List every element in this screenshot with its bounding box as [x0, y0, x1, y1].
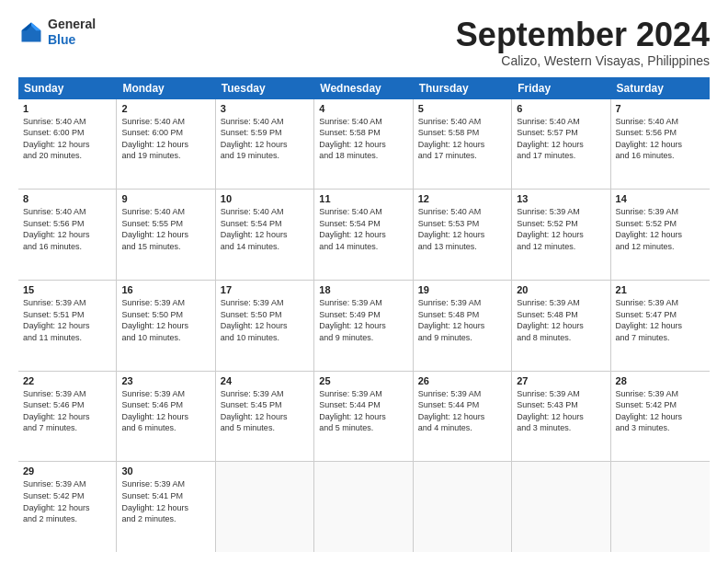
day-info: Sunrise: 5:39 AM Sunset: 5:46 PM Dayligh… — [121, 388, 210, 434]
day-info: Sunrise: 5:39 AM Sunset: 5:44 PM Dayligh… — [418, 388, 506, 434]
day-number: 10 — [221, 193, 309, 204]
cal-cell-1-1: 1Sunrise: 5:40 AM Sunset: 6:00 PM Daylig… — [18, 99, 117, 190]
cal-cell-4-3: 24Sunrise: 5:39 AM Sunset: 5:45 PM Dayli… — [216, 372, 314, 462]
cal-cell-2-5: 12Sunrise: 5:40 AM Sunset: 5:53 PM Dayli… — [414, 190, 512, 280]
cal-cell-1-3: 3Sunrise: 5:40 AM Sunset: 5:59 PM Daylig… — [216, 99, 314, 190]
day-number: 13 — [517, 193, 605, 204]
cal-cell-3-3: 17Sunrise: 5:39 AM Sunset: 5:50 PM Dayli… — [216, 281, 314, 371]
day-number: 24 — [221, 375, 309, 386]
cal-cell-3-6: 20Sunrise: 5:39 AM Sunset: 5:48 PM Dayli… — [512, 281, 610, 371]
day-number: 18 — [319, 284, 407, 295]
cal-cell-2-2: 9Sunrise: 5:40 AM Sunset: 5:55 PM Daylig… — [117, 190, 215, 280]
day-info: Sunrise: 5:39 AM Sunset: 5:41 PM Dayligh… — [121, 478, 210, 524]
day-number: 8 — [23, 193, 111, 204]
day-number: 7 — [616, 103, 705, 114]
cal-cell-4-4: 25Sunrise: 5:39 AM Sunset: 5:44 PM Dayli… — [314, 372, 413, 462]
cal-cell-5-6 — [512, 462, 610, 552]
cal-cell-2-4: 11Sunrise: 5:40 AM Sunset: 5:54 PM Dayli… — [314, 190, 413, 280]
day-info: Sunrise: 5:39 AM Sunset: 5:49 PM Dayligh… — [319, 297, 407, 343]
page: General Blue September 2024 Calizo, West… — [0, 0, 728, 563]
day-info: Sunrise: 5:39 AM Sunset: 5:46 PM Dayligh… — [23, 388, 111, 434]
day-info: Sunrise: 5:39 AM Sunset: 5:50 PM Dayligh… — [121, 297, 210, 343]
day-number: 3 — [221, 103, 309, 114]
day-info: Sunrise: 5:40 AM Sunset: 5:54 PM Dayligh… — [319, 206, 407, 252]
cal-cell-3-1: 15Sunrise: 5:39 AM Sunset: 5:51 PM Dayli… — [18, 281, 117, 371]
header-wednesday: Wednesday — [314, 77, 413, 99]
day-info: Sunrise: 5:40 AM Sunset: 5:53 PM Dayligh… — [418, 206, 506, 252]
header-saturday: Saturday — [611, 77, 710, 99]
cal-cell-1-6: 6Sunrise: 5:40 AM Sunset: 5:57 PM Daylig… — [512, 99, 610, 190]
calendar-header: Sunday Monday Tuesday Wednesday Thursday… — [18, 77, 710, 99]
cal-cell-3-2: 16Sunrise: 5:39 AM Sunset: 5:50 PM Dayli… — [117, 281, 215, 371]
cal-cell-5-2: 30Sunrise: 5:39 AM Sunset: 5:41 PM Dayli… — [117, 462, 215, 552]
day-number: 30 — [121, 465, 210, 477]
cal-cell-3-5: 19Sunrise: 5:39 AM Sunset: 5:48 PM Dayli… — [414, 281, 512, 371]
month-title: September 2024 — [456, 17, 710, 53]
day-info: Sunrise: 5:40 AM Sunset: 5:55 PM Dayligh… — [121, 206, 210, 252]
header-tuesday: Tuesday — [216, 77, 314, 99]
subtitle: Calizo, Western Visayas, Philippines — [456, 53, 710, 68]
cal-cell-5-3 — [216, 462, 314, 552]
day-number: 16 — [121, 284, 210, 295]
day-number: 14 — [616, 193, 705, 204]
logo-text: General Blue — [48, 17, 96, 48]
week-row-1: 1Sunrise: 5:40 AM Sunset: 6:00 PM Daylig… — [18, 99, 710, 190]
day-info: Sunrise: 5:39 AM Sunset: 5:42 PM Dayligh… — [616, 388, 705, 434]
calendar: Sunday Monday Tuesday Wednesday Thursday… — [18, 77, 710, 552]
day-info: Sunrise: 5:40 AM Sunset: 5:57 PM Dayligh… — [517, 116, 605, 162]
cal-cell-4-1: 22Sunrise: 5:39 AM Sunset: 5:46 PM Dayli… — [18, 372, 117, 462]
day-number: 9 — [121, 193, 210, 204]
week-row-2: 8Sunrise: 5:40 AM Sunset: 5:56 PM Daylig… — [18, 190, 710, 281]
logo-blue: Blue — [48, 32, 75, 47]
cal-cell-3-4: 18Sunrise: 5:39 AM Sunset: 5:49 PM Dayli… — [314, 281, 413, 371]
day-info: Sunrise: 5:39 AM Sunset: 5:52 PM Dayligh… — [616, 206, 705, 252]
day-number: 22 — [23, 375, 111, 386]
day-info: Sunrise: 5:39 AM Sunset: 5:44 PM Dayligh… — [319, 388, 407, 434]
day-info: Sunrise: 5:39 AM Sunset: 5:48 PM Dayligh… — [517, 297, 605, 343]
header-friday: Friday — [512, 77, 610, 99]
day-number: 11 — [319, 193, 407, 204]
week-row-3: 15Sunrise: 5:39 AM Sunset: 5:51 PM Dayli… — [18, 281, 710, 372]
title-block: September 2024 Calizo, Western Visayas, … — [456, 17, 710, 68]
day-info: Sunrise: 5:39 AM Sunset: 5:42 PM Dayligh… — [23, 478, 111, 524]
day-number: 6 — [517, 103, 605, 114]
cal-cell-1-5: 5Sunrise: 5:40 AM Sunset: 5:58 PM Daylig… — [414, 99, 512, 190]
cal-cell-1-2: 2Sunrise: 5:40 AM Sunset: 6:00 PM Daylig… — [117, 99, 215, 190]
day-number: 20 — [517, 284, 605, 295]
cal-cell-4-7: 28Sunrise: 5:39 AM Sunset: 5:42 PM Dayli… — [611, 372, 710, 462]
day-info: Sunrise: 5:39 AM Sunset: 5:43 PM Dayligh… — [517, 388, 605, 434]
calendar-body: 1Sunrise: 5:40 AM Sunset: 6:00 PM Daylig… — [18, 99, 710, 552]
day-info: Sunrise: 5:40 AM Sunset: 5:58 PM Dayligh… — [319, 116, 407, 162]
day-number: 21 — [616, 284, 705, 295]
day-number: 5 — [418, 103, 506, 114]
header: General Blue September 2024 Calizo, West… — [18, 17, 710, 68]
day-number: 29 — [23, 465, 111, 477]
logo-icon — [18, 19, 44, 45]
cal-cell-2-3: 10Sunrise: 5:40 AM Sunset: 5:54 PM Dayli… — [216, 190, 314, 280]
day-number: 23 — [121, 375, 210, 386]
day-info: Sunrise: 5:40 AM Sunset: 5:54 PM Dayligh… — [221, 206, 309, 252]
day-number: 19 — [418, 284, 506, 295]
day-info: Sunrise: 5:40 AM Sunset: 6:00 PM Dayligh… — [23, 116, 111, 162]
day-number: 17 — [221, 284, 309, 295]
cal-cell-1-7: 7Sunrise: 5:40 AM Sunset: 5:56 PM Daylig… — [611, 99, 710, 190]
day-info: Sunrise: 5:40 AM Sunset: 5:56 PM Dayligh… — [23, 206, 111, 252]
day-number: 2 — [121, 103, 210, 114]
cal-cell-2-7: 14Sunrise: 5:39 AM Sunset: 5:52 PM Dayli… — [611, 190, 710, 280]
day-info: Sunrise: 5:40 AM Sunset: 5:58 PM Dayligh… — [418, 116, 506, 162]
logo-general: General — [48, 17, 96, 31]
day-number: 28 — [616, 375, 705, 386]
logo: General Blue — [18, 17, 96, 48]
day-number: 25 — [319, 375, 407, 386]
header-thursday: Thursday — [414, 77, 512, 99]
day-info: Sunrise: 5:39 AM Sunset: 5:52 PM Dayligh… — [517, 206, 605, 252]
day-info: Sunrise: 5:39 AM Sunset: 5:50 PM Dayligh… — [221, 297, 309, 343]
day-info: Sunrise: 5:40 AM Sunset: 5:59 PM Dayligh… — [221, 116, 309, 162]
cal-cell-4-6: 27Sunrise: 5:39 AM Sunset: 5:43 PM Dayli… — [512, 372, 610, 462]
day-info: Sunrise: 5:39 AM Sunset: 5:47 PM Dayligh… — [616, 297, 705, 343]
day-number: 4 — [319, 103, 407, 114]
cal-cell-5-7 — [611, 462, 710, 552]
cal-cell-5-1: 29Sunrise: 5:39 AM Sunset: 5:42 PM Dayli… — [18, 462, 117, 552]
day-info: Sunrise: 5:39 AM Sunset: 5:48 PM Dayligh… — [418, 297, 506, 343]
cal-cell-5-4 — [314, 462, 413, 552]
